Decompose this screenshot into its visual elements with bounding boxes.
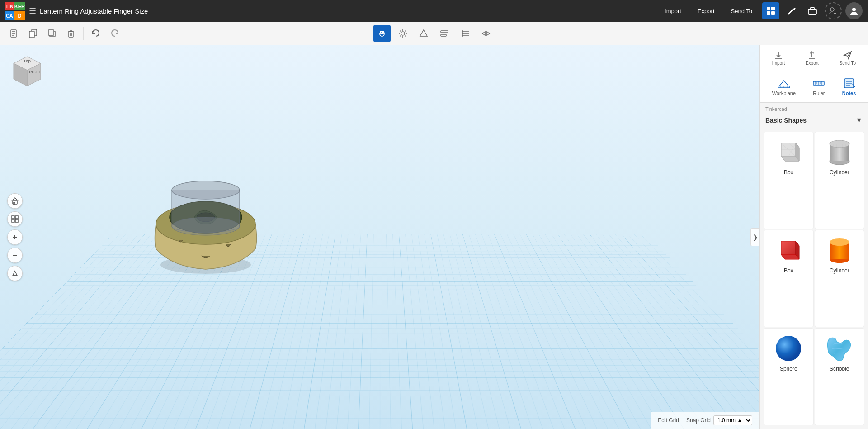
viewport[interactable]: Top RIGHT (0, 45, 760, 429)
svg-point-65 (172, 217, 240, 235)
svg-rect-5 (808, 9, 816, 14)
topbar: TIN KER CA D ☰ Lantern Ring Adjustable F… (0, 0, 868, 22)
grid-view-icon[interactable] (762, 2, 779, 19)
svg-rect-3 (771, 11, 775, 15)
svg-marker-41 (482, 32, 485, 35)
export-action-button[interactable]: Export (802, 49, 822, 67)
import-button[interactable]: Import (658, 5, 688, 17)
duplicate-button[interactable] (43, 25, 61, 42)
workplane-tool-button[interactable]: Workplane (767, 75, 801, 99)
svg-point-97 (830, 140, 849, 148)
3d-object (136, 136, 271, 272)
logo-ca: CA (5, 11, 14, 20)
pickaxe-icon[interactable] (783, 2, 800, 19)
shape-scribble-icon (825, 334, 854, 363)
shape-sphere-blue-icon (774, 334, 803, 363)
ruler-tool-label: Ruler (813, 91, 825, 96)
shape-scribble-label: Scribble (830, 366, 849, 372)
send-to-button[interactable]: Send To (725, 5, 759, 17)
shapes-header: Tinkercad (760, 103, 868, 115)
svg-rect-18 (69, 32, 73, 37)
svg-rect-17 (48, 30, 54, 35)
svg-point-6 (830, 8, 834, 11)
align-button[interactable] (436, 25, 453, 42)
copy-button[interactable] (24, 25, 42, 42)
svg-marker-57 (13, 271, 17, 276)
export-action-label: Export (806, 61, 819, 66)
right-panel: Import Export Send To (760, 45, 868, 429)
logo-ker: KER (14, 2, 25, 10)
svg-rect-53 (15, 219, 18, 222)
light-button[interactable] (394, 25, 411, 42)
edit-grid-button[interactable]: Edit Grid (658, 417, 679, 424)
home-button[interactable] (7, 193, 23, 209)
delete-button[interactable] (62, 25, 80, 42)
orientation-cube[interactable]: Top RIGHT (9, 54, 45, 91)
notes-tool-button[interactable]: Notes (837, 75, 862, 99)
import-action-button[interactable]: Import (769, 49, 788, 67)
add-user-icon[interactable] (825, 2, 842, 19)
perspective-button[interactable] (7, 266, 23, 281)
svg-rect-1 (771, 7, 775, 10)
grid-align-button[interactable] (457, 25, 474, 42)
tinkercad-logo[interactable]: TIN KER CA D (5, 2, 24, 20)
svg-rect-0 (767, 7, 770, 10)
export-button[interactable]: Export (691, 5, 721, 17)
shapes-category-name: Basic Shapes (765, 117, 807, 124)
svg-line-30 (405, 35, 406, 36)
shape-box-red-icon (774, 236, 803, 265)
shape-box-red[interactable]: Box (764, 230, 814, 327)
left-controls (7, 193, 23, 281)
main-area: Top RIGHT (0, 45, 868, 429)
logo-d: D (14, 11, 25, 20)
svg-rect-35 (441, 34, 446, 36)
svg-point-24 (401, 32, 405, 35)
shapes-dropdown-button[interactable]: ▼ (855, 116, 863, 124)
svg-marker-69 (779, 81, 788, 86)
shape-box-gray-label: Box (784, 169, 793, 176)
workplane-tool-label: Workplane (772, 91, 796, 96)
svg-rect-52 (12, 219, 14, 222)
mirror-button[interactable] (477, 25, 495, 42)
notes-tool-label: Notes (842, 91, 856, 96)
svg-marker-102 (781, 241, 796, 255)
svg-point-86 (854, 86, 855, 87)
shape-sphere-blue[interactable]: Sphere (764, 328, 814, 425)
shape-cylinder-gray[interactable]: Cylinder (815, 132, 865, 229)
undo-button[interactable] (87, 25, 104, 42)
briefcase-icon[interactable] (804, 2, 821, 19)
user-avatar[interactable] (845, 2, 863, 19)
svg-line-32 (400, 35, 401, 36)
panel-tools: Workplane Ruler (760, 72, 868, 103)
ruler-tool-button[interactable]: Ruler (807, 75, 830, 99)
camera-view-button[interactable] (373, 25, 391, 42)
import-action-label: Import (772, 61, 785, 66)
svg-marker-42 (487, 32, 490, 35)
shape-cylinder-orange-icon (825, 236, 854, 265)
svg-rect-50 (12, 216, 14, 219)
zoom-out-button[interactable] (7, 248, 23, 263)
fit-button[interactable] (7, 211, 23, 227)
svg-point-107 (830, 238, 849, 246)
redo-button[interactable] (106, 25, 123, 42)
shape-scribble[interactable]: Scribble (815, 328, 865, 425)
menu-icon[interactable]: ☰ (29, 6, 36, 16)
shape-cylinder-orange-label: Cylinder (830, 267, 849, 274)
shape-cylinder-orange[interactable]: Cylinder (815, 230, 865, 327)
snap-grid-select[interactable]: 1.0 mm ▲ 0.5 mm 0.1 mm 2.0 mm (713, 415, 752, 425)
topbar-right: Import Export Send To (658, 2, 863, 19)
shape-box-red-label: Box (784, 267, 793, 274)
svg-point-9 (852, 8, 856, 11)
send-to-action-button[interactable]: Send To (836, 49, 860, 67)
svg-rect-15 (29, 31, 34, 38)
new-button[interactable] (5, 25, 23, 42)
project-title[interactable]: Lantern Ring Adjustable Finger Size (40, 7, 148, 15)
svg-rect-49 (14, 202, 15, 204)
svg-point-23 (383, 32, 384, 33)
shape-box-gray[interactable]: Box (764, 132, 814, 229)
send-to-action-label: Send To (840, 61, 856, 66)
panel-collapse-button[interactable]: ❯ (750, 228, 760, 246)
zoom-in-button[interactable] (7, 229, 23, 245)
shape-button[interactable] (415, 25, 432, 42)
svg-rect-2 (767, 11, 770, 15)
